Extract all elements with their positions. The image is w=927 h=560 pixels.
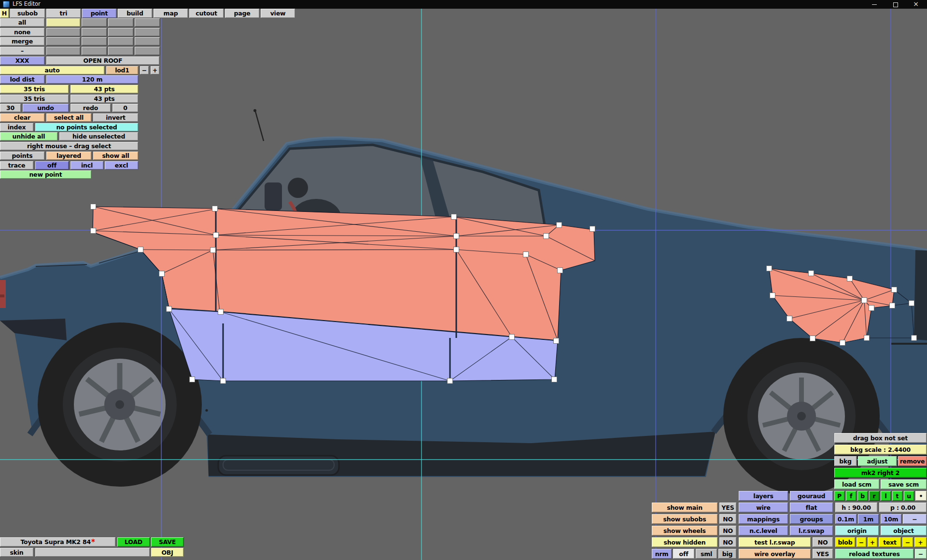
viewport-canvas[interactable] xyxy=(0,9,927,560)
drag-box-status[interactable]: drag box not set xyxy=(834,433,927,443)
vertex-handle[interactable] xyxy=(91,228,96,234)
blank-button[interactable] xyxy=(135,18,160,27)
vertex-handle[interactable] xyxy=(770,293,775,298)
bkg-remove-button[interactable]: remove xyxy=(898,456,927,466)
merge-button[interactable]: merge xyxy=(0,37,45,46)
view-r-button[interactable]: r xyxy=(869,491,880,501)
tab-point[interactable]: point xyxy=(82,9,117,18)
vertex-handle[interactable] xyxy=(892,287,897,293)
load-scm-button[interactable]: load scm xyxy=(834,479,880,490)
skin-button[interactable]: skin xyxy=(0,548,34,557)
vertex-handle[interactable] xyxy=(211,248,216,253)
vertex-handle[interactable] xyxy=(91,204,96,210)
vertex-handle[interactable] xyxy=(909,301,914,306)
undo-count[interactable]: 30 xyxy=(0,104,21,112)
text-button[interactable]: text xyxy=(879,537,901,547)
show-hidden-value[interactable]: NO xyxy=(719,537,737,547)
layers-button[interactable]: layers xyxy=(739,491,788,501)
grid-10m-button[interactable]: 10m xyxy=(881,514,902,524)
undo-button[interactable]: undo xyxy=(23,104,69,112)
lod-plus-button[interactable]: + xyxy=(151,66,160,75)
grid-01m-button[interactable]: 0.1m xyxy=(835,514,857,524)
show-subobs-value[interactable]: NO xyxy=(719,514,737,524)
open-roof-button[interactable]: OPEN ROOF xyxy=(46,56,160,65)
view-l-button[interactable]: l xyxy=(881,491,891,501)
vertex-handle[interactable] xyxy=(869,306,874,311)
tab-build[interactable]: build xyxy=(118,9,153,18)
pts-count[interactable]: 43 pts xyxy=(70,85,139,94)
view-f-button[interactable]: f xyxy=(846,491,857,501)
vertex-handle[interactable] xyxy=(451,214,457,220)
vertex-handle[interactable] xyxy=(212,206,218,211)
blank-button[interactable] xyxy=(82,47,107,56)
show-wheels-value[interactable]: NO xyxy=(719,526,737,536)
vertex-handle[interactable] xyxy=(590,226,595,232)
vertex-handle[interactable] xyxy=(912,336,917,341)
show-hidden-button[interactable]: show hidden xyxy=(652,537,718,547)
grid-1m-button[interactable]: 1m xyxy=(858,514,879,524)
show-wheels-button[interactable]: show wheels xyxy=(652,526,718,536)
grid-minus-button[interactable]: − xyxy=(903,514,927,524)
tab-tri[interactable]: tri xyxy=(46,9,81,18)
blank-button[interactable] xyxy=(82,37,107,46)
vertex-handle[interactable] xyxy=(454,247,459,252)
save-button[interactable]: SAVE xyxy=(151,537,184,547)
clear-button[interactable]: clear xyxy=(0,113,45,122)
view-u-button[interactable]: u xyxy=(904,491,914,501)
tris-count[interactable]: 35 tris xyxy=(0,85,69,94)
vertex-handle[interactable] xyxy=(890,303,895,308)
gouraud-button[interactable]: gouraud xyxy=(790,491,833,501)
trace-incl-button[interactable]: incl xyxy=(70,161,104,170)
tab-subob[interactable]: subob xyxy=(10,9,45,18)
vertex-handle[interactable] xyxy=(167,307,172,312)
text-plus-button[interactable]: + xyxy=(914,537,927,547)
test-lr-swap-value[interactable]: NO xyxy=(813,537,833,547)
maximize-button[interactable] xyxy=(885,0,906,9)
unhide-all-button[interactable]: unhide all xyxy=(0,132,58,141)
show-main-button[interactable]: show main xyxy=(652,503,718,513)
heading-value[interactable]: h : 90.00 xyxy=(835,503,878,513)
blob-minus-button[interactable]: − xyxy=(857,537,867,547)
blank-button[interactable] xyxy=(108,47,134,56)
blank-button[interactable] xyxy=(108,37,134,46)
nrm-big-button[interactable]: big xyxy=(718,549,737,559)
blank-button[interactable] xyxy=(135,47,160,56)
nrm-off-button[interactable]: off xyxy=(673,549,695,559)
close-button[interactable]: × xyxy=(906,0,926,9)
vertex-handle[interactable] xyxy=(840,340,845,346)
blank-button[interactable] xyxy=(82,18,107,27)
lod1-button[interactable]: lod1 xyxy=(106,66,139,75)
reload-textures-button[interactable]: reload textures xyxy=(835,549,914,559)
redo-button[interactable]: redo xyxy=(70,104,111,112)
object-button[interactable]: object xyxy=(881,526,927,536)
blank-button[interactable] xyxy=(46,47,81,56)
save-scm-button[interactable]: save scm xyxy=(881,479,927,490)
trace-button[interactable]: trace xyxy=(0,161,34,170)
tab-map[interactable]: map xyxy=(154,9,188,18)
nc-level-button[interactable]: n.c.level xyxy=(739,526,788,536)
minimize-button[interactable] xyxy=(864,0,885,9)
lod-dist-button[interactable]: lod dist xyxy=(0,75,45,84)
vertex-handle[interactable] xyxy=(554,338,559,344)
pitch-value[interactable]: p : 0.00 xyxy=(879,503,927,513)
trace-off-button[interactable]: off xyxy=(35,161,69,170)
view-b-button[interactable]: b xyxy=(857,491,868,501)
vertex-handle[interactable] xyxy=(862,298,867,303)
tab-view[interactable]: view xyxy=(261,9,295,18)
vertex-handle[interactable] xyxy=(138,247,143,252)
vertex-handle[interactable] xyxy=(509,335,515,340)
vertex-handle[interactable] xyxy=(448,378,453,384)
points-button[interactable]: points xyxy=(0,152,45,160)
tab-cutout[interactable]: cutout xyxy=(189,9,224,18)
vertex-handle[interactable] xyxy=(190,377,195,382)
xxx-button[interactable]: XXX xyxy=(0,56,45,65)
vertex-handle[interactable] xyxy=(787,316,792,322)
view-t-button[interactable]: t xyxy=(892,491,903,501)
vehicle-name[interactable]: Toyota Supra MK2 84* xyxy=(0,537,116,547)
bkg-image-name[interactable]: mk2 right 2 xyxy=(834,468,927,478)
nrm-sml-button[interactable]: sml xyxy=(696,549,717,559)
lod-dist-value[interactable]: 120 m xyxy=(46,75,139,84)
blob-plus-button[interactable]: + xyxy=(868,537,878,547)
bkg-adjust-button[interactable]: adjust xyxy=(858,456,897,466)
bkg-scale-value[interactable]: bkg scale : 2.4400 xyxy=(834,445,927,455)
